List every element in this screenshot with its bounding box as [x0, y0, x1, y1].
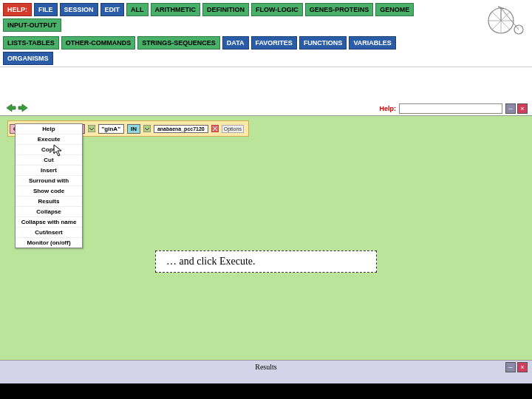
toolbar-button-strings-sequences[interactable]: STRINGS-SEQUENCES — [137, 36, 220, 50]
results-close-button[interactable]: × — [517, 362, 528, 372]
arg-string[interactable]: "ginA" — [98, 124, 124, 134]
arg-organism[interactable]: anabaena_pcc7120 — [154, 125, 208, 133]
svg-marker-9 — [7, 104, 16, 112]
results-title: Results — [0, 361, 532, 373]
context-menu-item-cut-insert[interactable]: Cut/Insert — [16, 228, 82, 238]
toolbar-button-definition[interactable]: DEFINITION — [202, 3, 249, 16]
context-menu-item-copy[interactable]: Copy — [16, 145, 82, 155]
toolbar-button-other-commands[interactable]: OTHER-COMMANDS — [61, 36, 136, 50]
close-button[interactable]: × — [517, 103, 528, 114]
instruction-callout: … and click Execute. — [155, 250, 377, 273]
help-label: Help: — [380, 105, 397, 112]
context-menu-item-cut[interactable]: Cut — [16, 155, 82, 166]
logo-pennyfarthing — [486, 3, 528, 35]
toolbar-button-genome[interactable]: GENOME — [375, 3, 414, 16]
toolbar-button-organisms[interactable]: ORGANISMS — [3, 52, 53, 65]
toolbar-button-session[interactable]: SESSION — [60, 3, 98, 16]
context-menu-item-results[interactable]: Results — [16, 197, 82, 207]
toolbar-button-edit[interactable]: EDIT — [100, 3, 125, 16]
nav-forward-icon[interactable] — [18, 103, 28, 112]
context-menu-item-insert[interactable]: Insert — [16, 166, 82, 176]
context-menu-item-surround-with[interactable]: Surround with — [16, 176, 82, 186]
toolbar-button-input-output[interactable]: INPUT-OUTPUT — [3, 18, 61, 32]
toolbar-button-lists-tables[interactable]: LISTS-TABLES — [3, 36, 59, 50]
results-panel: Results – × — [0, 360, 532, 383]
results-minimize-button[interactable]: – — [505, 362, 516, 372]
toolbar-button-flow-logic[interactable]: FLOW-LOGIC — [251, 3, 303, 16]
context-menu-item-monitor-on-off-[interactable]: Monitor (on/off) — [16, 238, 82, 248]
toolbar-button-genes-proteins[interactable]: GENES-PROTEINS — [305, 3, 374, 16]
keyword-in[interactable]: IN — [127, 124, 140, 134]
context-menu-item-execute[interactable]: Execute — [16, 134, 82, 145]
toolbar-button-arithmetic[interactable]: ARITHMETIC — [151, 3, 201, 16]
svg-rect-11 — [88, 125, 95, 132]
dropdown-icon[interactable] — [143, 125, 151, 132]
delete-icon[interactable] — [211, 125, 219, 132]
nav-back-icon[interactable] — [6, 103, 16, 112]
toolbar-button-favorites[interactable]: FAVORITES — [251, 36, 297, 50]
minimize-button[interactable]: – — [505, 103, 516, 114]
toolbar-button-functions[interactable]: FUNCTIONS — [299, 36, 347, 50]
toolbar-button-all[interactable]: ALL — [126, 3, 149, 16]
context-menu-item-collapse[interactable]: Collapse — [16, 207, 82, 217]
toolbar-button-data[interactable]: DATA — [222, 36, 249, 50]
toolbar-button-file[interactable]: FILE — [34, 3, 58, 16]
sub-toolbar: Help: – × — [0, 67, 532, 116]
options-button[interactable]: Options — [222, 125, 244, 133]
context-menu-item-help[interactable]: Help — [16, 124, 82, 134]
main-toolbar: HELP:FILESESSIONEDITALLARITHMETICDEFINIT… — [0, 0, 532, 67]
svg-rect-12 — [143, 125, 151, 132]
context-menu: HelpExecuteCopyCutInsertSurround withSho… — [15, 123, 83, 248]
toolbar-button-help-[interactable]: HELP: — [3, 3, 32, 16]
context-menu-item-show-code[interactable]: Show code — [16, 186, 82, 197]
svg-marker-10 — [18, 104, 27, 112]
toolbar-button-variables[interactable]: VARIABLES — [349, 36, 395, 50]
context-menu-item-collapse-with-name[interactable]: Collapse with name — [16, 217, 82, 228]
dropdown-icon[interactable] — [88, 125, 95, 132]
workspace: GENES-DESCRIBED-BY "ginA" IN anabaena_pc… — [0, 116, 532, 360]
help-input[interactable] — [399, 103, 502, 114]
